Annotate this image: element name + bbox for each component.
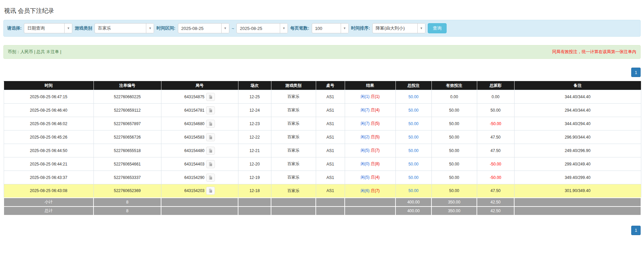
video-replay-icon[interactable] bbox=[206, 133, 215, 141]
grand-total-round bbox=[161, 207, 238, 215]
per-page-select[interactable]: 100 ▼ bbox=[312, 23, 349, 33]
round-number-with-replay: 643154680 bbox=[184, 120, 215, 128]
bet-records-table: 时间注单编号局号场次游戏类别桌号结果总投注有效投注总派彩备注 2025-08-2… bbox=[3, 81, 641, 216]
cell-table-number: AS1 bbox=[316, 117, 345, 131]
result-player: 闲(7) bbox=[361, 121, 370, 126]
game-type-label: 游戏类别 bbox=[75, 25, 92, 31]
cell-total-bet: 50.00 bbox=[395, 131, 431, 144]
result-player: 闲(6) bbox=[361, 188, 370, 193]
summary-bar: 币别：人民币 | 总共 :8 注单 | 同局有效投注，统一计算在该局第一张注单内 bbox=[3, 45, 641, 59]
result-player: 闲(5) bbox=[361, 175, 370, 180]
cell-valid-bet: 50.00 bbox=[431, 117, 477, 131]
result-banker: 庄(5) bbox=[371, 135, 380, 139]
cell-valid-bet: 50.00 bbox=[431, 171, 477, 184]
cell-remark: 249.40/296.90 bbox=[514, 144, 641, 157]
total-bet-link[interactable]: 50.00 bbox=[408, 95, 418, 99]
page-1-button[interactable]: 1 bbox=[631, 68, 641, 77]
bet-record-row: 2025-08-25 06:44:50522760655518643154480… bbox=[4, 144, 641, 157]
game-type-select[interactable]: 百家乐 ▼ bbox=[94, 23, 154, 33]
cell-time: 2025-08-25 06:43:08 bbox=[4, 184, 93, 198]
result-banker: 庄(7) bbox=[371, 148, 380, 153]
round-number: 643154781 bbox=[184, 108, 204, 113]
total-bet-link[interactable]: 50.00 bbox=[408, 121, 418, 126]
result-player: 闲(5) bbox=[361, 148, 370, 153]
column-header-1: 注单编号 bbox=[93, 81, 161, 90]
cell-time: 2025-08-25 06:45:26 bbox=[4, 131, 93, 144]
bet-record-row: 2025-08-25 06:45:26522760656726643154583… bbox=[4, 131, 641, 144]
cell-session: 12-20 bbox=[238, 157, 271, 171]
video-replay-icon[interactable] bbox=[206, 147, 215, 155]
cell-total-bet: 50.00 bbox=[395, 144, 431, 157]
cell-session: 12-24 bbox=[238, 104, 271, 117]
grand-total-row: 总计8400.00350.0042.50 bbox=[4, 207, 641, 215]
cell-result: 闲(6) 庄(7) bbox=[345, 184, 395, 198]
bet-record-row: 2025-08-25 06:43:08522760652369643154203… bbox=[4, 184, 641, 198]
total-bet-link[interactable]: 50.00 bbox=[408, 162, 418, 166]
total-bet-link[interactable]: 50.00 bbox=[408, 148, 418, 153]
cell-game-type: 百家乐 bbox=[271, 104, 316, 117]
query-type-select[interactable]: 日期查询 ▼ bbox=[24, 23, 72, 33]
video-replay-icon[interactable] bbox=[206, 120, 215, 128]
cell-result: 闲(5) 庄(4) bbox=[345, 171, 395, 184]
cell-payout: 47.50 bbox=[477, 131, 514, 144]
video-replay-icon[interactable] bbox=[206, 187, 215, 195]
cell-time: 2025-08-25 06:44:21 bbox=[4, 157, 93, 171]
round-number: 643154680 bbox=[184, 121, 204, 126]
column-header-7: 总投注 bbox=[395, 81, 431, 90]
subtotal-session bbox=[238, 198, 271, 207]
cell-session: 12-25 bbox=[238, 90, 271, 104]
sort-order-select[interactable]: 降冪(由大到小) ▼ bbox=[372, 23, 425, 33]
sort-order-value: 降冪(由大到小) bbox=[373, 24, 417, 33]
page-1-button[interactable]: 1 bbox=[631, 226, 641, 235]
cell-total-bet: 50.00 bbox=[395, 184, 431, 198]
column-header-0: 时间 bbox=[4, 81, 93, 90]
cell-game-type: 百家乐 bbox=[271, 131, 316, 144]
cell-table-number: AS1 bbox=[316, 144, 345, 157]
subtotal-remark bbox=[514, 198, 641, 207]
cell-table-number: AS1 bbox=[316, 90, 345, 104]
total-bet-link[interactable]: 50.00 bbox=[408, 188, 418, 193]
cell-result: 闲(0) 庄(8) bbox=[345, 157, 395, 171]
grand-total-result bbox=[345, 207, 395, 215]
cell-total-bet: 50.00 bbox=[395, 157, 431, 171]
chevron-down-icon: ▼ bbox=[146, 24, 154, 33]
column-header-10: 备注 bbox=[514, 81, 641, 90]
grand-total-label: 总计 bbox=[4, 207, 93, 215]
cell-time: 2025-08-25 06:46:02 bbox=[4, 117, 93, 131]
cell-bet-id: 522760653337 bbox=[93, 171, 161, 184]
cell-game-type: 百家乐 bbox=[271, 144, 316, 157]
cell-valid-bet: 50.00 bbox=[431, 144, 477, 157]
subtotal-total-bet: 400.00 bbox=[395, 198, 431, 207]
cell-valid-bet: 0.00 bbox=[431, 90, 477, 104]
query-button[interactable]: 查询 bbox=[428, 23, 447, 33]
total-bet-link[interactable]: 50.00 bbox=[408, 108, 418, 113]
round-number-with-replay: 643154875 bbox=[184, 93, 215, 101]
chevron-down-icon: ▼ bbox=[341, 24, 348, 33]
cell-round: 643154480 bbox=[161, 144, 238, 157]
cell-total-bet: 50.00 bbox=[395, 171, 431, 184]
cell-round: 643154403 bbox=[161, 157, 238, 171]
cell-total-bet: 50.00 bbox=[395, 117, 431, 131]
result-player: 闲(1) bbox=[361, 94, 370, 99]
video-replay-icon[interactable] bbox=[206, 160, 215, 168]
cell-bet-id: 522760660225 bbox=[93, 90, 161, 104]
cell-remark: 344.40/294.40 bbox=[514, 117, 641, 131]
cell-session: 12-22 bbox=[238, 131, 271, 144]
video-replay-icon[interactable] bbox=[206, 93, 215, 101]
valid-bet-notice-text: 同局有效投注，统一计算在该局第一张注单内 bbox=[552, 49, 636, 55]
grand-total-count: 8 bbox=[93, 207, 161, 215]
query-type-label: 请选择: bbox=[7, 25, 22, 31]
round-number-with-replay: 643154781 bbox=[184, 106, 215, 114]
date-to-select[interactable]: 2025-08-25 ▼ bbox=[236, 23, 288, 33]
total-bet-link[interactable]: 50.00 bbox=[408, 175, 418, 180]
total-bet-link[interactable]: 50.00 bbox=[408, 135, 418, 140]
cell-result: 闲(2) 庄(5) bbox=[345, 131, 395, 144]
video-replay-icon[interactable] bbox=[206, 174, 215, 182]
date-from-select[interactable]: 2025-08-25 ▼ bbox=[178, 23, 229, 33]
video-replay-icon[interactable] bbox=[206, 106, 215, 114]
cell-remark: 294.40/344.40 bbox=[514, 104, 641, 117]
pagination-bottom: 1 bbox=[0, 226, 641, 235]
cell-table-number: AS1 bbox=[316, 184, 345, 198]
cell-game-type: 百家乐 bbox=[271, 171, 316, 184]
cell-bet-id: 522760652369 bbox=[93, 184, 161, 198]
